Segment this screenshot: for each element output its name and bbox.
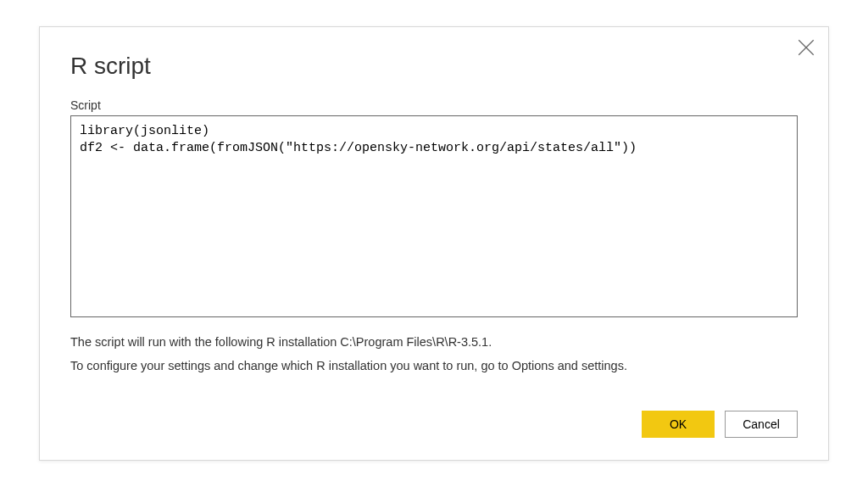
- close-icon: [798, 39, 815, 56]
- info-line-1: The script will run with the following R…: [70, 331, 798, 355]
- cancel-button[interactable]: Cancel: [725, 411, 798, 438]
- info-line-2: To configure your settings and change wh…: [70, 355, 798, 378]
- ok-button[interactable]: OK: [642, 411, 715, 438]
- info-text-block: The script will run with the following R…: [70, 331, 798, 378]
- script-input[interactable]: [70, 115, 798, 317]
- button-row: OK Cancel: [70, 411, 798, 438]
- script-label: Script: [70, 98, 798, 112]
- r-script-dialog: R script Script The script will run with…: [39, 26, 829, 461]
- close-button[interactable]: [798, 39, 815, 56]
- dialog-title: R script: [70, 53, 798, 80]
